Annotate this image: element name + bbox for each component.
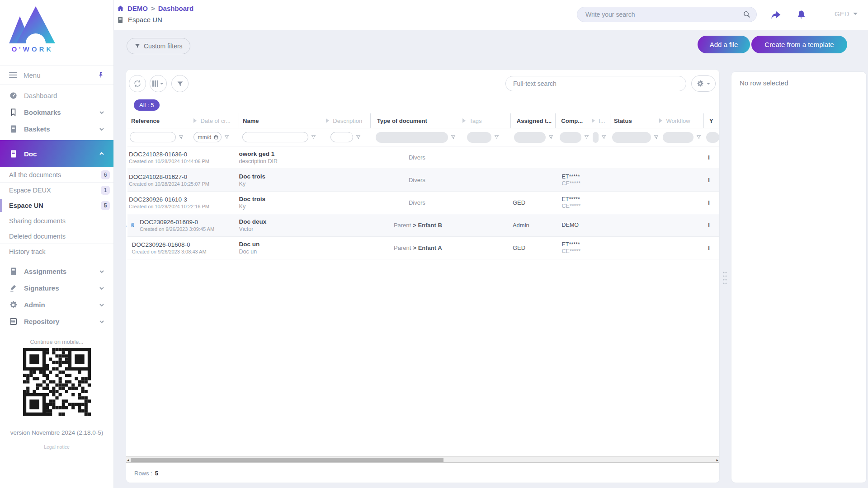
clipped-cell-text: I: [703, 177, 719, 183]
column-header-description[interactable]: Description: [326, 113, 370, 128]
funnel-dropdown-icon[interactable]: [601, 134, 607, 140]
chevron-down-icon: [99, 269, 104, 274]
sidebar-item-admin[interactable]: Admin: [0, 296, 113, 313]
count-badge: 5: [101, 201, 110, 210]
sidebar-item-deleted-documents[interactable]: Deleted documents: [0, 229, 113, 244]
funnel-dropdown-icon[interactable]: [584, 134, 590, 140]
column-header-type[interactable]: Type of document: [370, 113, 462, 128]
document-assigned: Admin: [510, 214, 556, 236]
document-subtitle: description DIR: [239, 158, 326, 164]
funnel-dropdown-icon[interactable]: [450, 134, 456, 140]
sidebar-item-dashboard[interactable]: Dashboard: [0, 87, 113, 104]
column-header-y[interactable]: Y: [703, 113, 719, 128]
breadcrumb-separator: >: [151, 5, 155, 12]
sidebar-item-espace-deux[interactable]: Espace DEUX 1: [0, 183, 113, 198]
table-row[interactable]: DOC230926-01610-3 Created on 10/28/2024 …: [127, 192, 719, 214]
table-row[interactable]: DOC241028-01636-0 Created on 10/28/2024 …: [127, 146, 719, 169]
column-header-workflow[interactable]: Workflow: [659, 113, 703, 128]
sidebar-item-baskets[interactable]: Baskets: [0, 121, 113, 137]
reference-filter-input[interactable]: [130, 132, 176, 142]
funnel-dropdown-icon[interactable]: [653, 134, 659, 140]
document-subtitle: Ky: [239, 203, 326, 210]
home-icon[interactable]: [117, 5, 124, 12]
table-row[interactable]: DOC230926-01608-0 Created on 9/26/2023 3…: [127, 237, 719, 259]
horizontal-scrollbar[interactable]: ◂ ▸: [126, 456, 719, 463]
create-from-template-button[interactable]: Create from a template: [751, 36, 847, 53]
sidebar-item-repository[interactable]: Repository: [0, 313, 113, 330]
column-header-reference[interactable]: Reference: [127, 113, 193, 128]
column-header-company[interactable]: Comp...: [555, 113, 592, 128]
sidebar-item-doc[interactable]: Doc: [0, 140, 113, 167]
hamburger-menu-icon: [9, 71, 17, 79]
chevron-down-icon: [99, 319, 104, 324]
table-row[interactable]: DOC230926-01609-0 Created on 9/26/2023 3…: [127, 214, 719, 237]
funnel-dropdown-icon[interactable]: [224, 134, 230, 140]
funnel-dropdown-icon[interactable]: [696, 134, 702, 140]
app-logo: O'WORK: [0, 0, 113, 53]
document-assigned: [510, 146, 556, 169]
funnel-dropdown-icon[interactable]: [178, 134, 184, 140]
sidebar-item-bookmarks[interactable]: Bookmarks: [0, 104, 113, 121]
calendar-icon[interactable]: [213, 135, 219, 140]
pdf-icon: [126, 243, 128, 253]
refresh-icon: [133, 80, 142, 88]
breadcrumb-root[interactable]: DEMO: [127, 5, 148, 12]
chevron-down-icon: [99, 110, 104, 115]
breadcrumb-current[interactable]: Dashboard: [158, 5, 193, 12]
column-header-status[interactable]: Status: [610, 113, 660, 128]
bell-icon[interactable]: [796, 9, 807, 21]
sidebar-item-signatures[interactable]: Signatures: [0, 280, 113, 296]
clipped-cell-text: I: [703, 154, 719, 161]
custom-filters-button[interactable]: Custom filters: [127, 38, 190, 54]
all-filter-chip[interactable]: All : 5: [134, 99, 160, 111]
column-header-i[interactable]: I...: [592, 113, 610, 128]
workflow-filter-disabled: [663, 132, 693, 143]
scroll-right-arrow[interactable]: ▸: [716, 458, 718, 462]
document-name: Doc un: [239, 241, 326, 248]
notification-bell-icon: [126, 222, 128, 229]
sidebar-item-label: Bookmarks: [24, 108, 99, 116]
funnel-dropdown-icon[interactable]: [311, 134, 316, 140]
sidebar-item-all-documents[interactable]: All the documents 6: [0, 167, 113, 183]
share-icon[interactable]: [769, 9, 782, 21]
sidebar-item-espace-un[interactable]: Espace UN 5: [0, 198, 113, 213]
sidebar-item-assignments[interactable]: Assignments: [0, 263, 113, 280]
scroll-left-arrow[interactable]: ◂: [127, 458, 129, 462]
tags-filter-disabled: [467, 132, 491, 143]
funnel-dropdown-icon[interactable]: [548, 134, 554, 140]
global-search-input[interactable]: [585, 11, 743, 18]
table-settings-button[interactable]: [691, 75, 716, 92]
panel-resize-handle[interactable]: [722, 270, 727, 288]
sort-arrow-icon: [462, 118, 466, 123]
column-header-name[interactable]: Name: [239, 113, 326, 128]
pin-icon[interactable]: [97, 71, 104, 79]
column-header-date[interactable]: Date of cr...: [193, 113, 239, 128]
profile-menu[interactable]: GED: [835, 10, 858, 18]
funnel-dropdown-icon[interactable]: [355, 134, 361, 140]
paperclip-icon: [129, 222, 136, 229]
funnel-dropdown-icon[interactable]: [494, 134, 500, 140]
sidebar-item-sharing-documents[interactable]: Sharing documents: [0, 213, 113, 229]
name-filter-input[interactable]: [242, 132, 308, 142]
column-header-assigned[interactable]: Assigned t...: [510, 113, 556, 128]
column-header-tags[interactable]: Tags: [462, 113, 510, 128]
table-row[interactable]: DOC241028-01627-0 Created on 10/28/2024 …: [127, 169, 719, 192]
rows-label: Rows :: [134, 470, 152, 477]
filter-button[interactable]: [171, 75, 189, 92]
fulltext-search-input[interactable]: [505, 76, 686, 91]
refresh-button[interactable]: [129, 75, 146, 92]
gear-icon: [697, 80, 704, 87]
table-footer: Rows : 5: [126, 463, 719, 483]
columns-button[interactable]: [150, 75, 167, 92]
legal-notice-link[interactable]: Legal notice: [0, 444, 113, 450]
sidebar: O'WORK Menu Dashboard Bookmarks Baskets …: [0, 0, 114, 488]
scrollbar-thumb[interactable]: [131, 458, 443, 462]
add-file-button[interactable]: Add a file: [698, 36, 750, 53]
description-filter-input[interactable]: [330, 132, 353, 142]
menu-toggle[interactable]: Menu: [0, 66, 113, 84]
sidebar-item-history-track[interactable]: History track: [0, 244, 113, 259]
profile-label: GED: [835, 10, 849, 18]
search-icon[interactable]: [743, 10, 751, 19]
book-icon: [9, 267, 18, 276]
book-icon: [9, 125, 18, 133]
